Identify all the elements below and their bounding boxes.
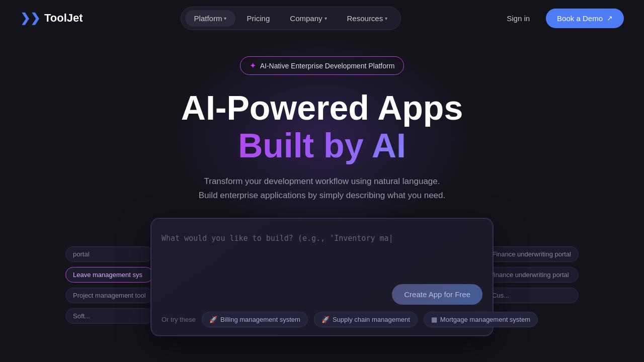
hero-title-line2: Built by AI [181,127,463,164]
nav-menu: Platform ▾ Pricing Company ▾ Resources ▾ [181,7,401,30]
chevron-down-icon: ▾ [385,16,387,21]
nav-item-resources[interactable]: Resources ▾ [338,10,397,27]
rocket-icon: 🚀 [321,316,330,323]
sign-in-link[interactable]: Sign in [499,10,538,27]
external-link-icon: ↗ [607,14,613,22]
create-app-button[interactable]: Create App for Free [392,284,482,305]
prompt-input[interactable] [162,233,482,278]
bg-chips-right: Finance underwriting portal finance unde… [485,246,579,303]
bg-chip-project: Project management tool [65,288,153,303]
badge: ✦ AI-Native Enterprise Development Platf… [240,56,405,75]
rocket-icon: 🚀 [209,316,217,323]
chevron-down-icon: ▾ [325,16,327,21]
bg-chip-cus: Cus... [485,288,579,303]
bg-chip-portal: portal [65,246,153,262]
nav-item-pricing[interactable]: Pricing [237,10,279,27]
suggestion-supply-chain[interactable]: 🚀 Supply chain management [314,312,418,327]
suggestion-mortgage[interactable]: ▦ Mortgage management system [424,312,538,327]
nav-item-company[interactable]: Company ▾ [281,10,336,27]
prompt-container: Create App for Free Or try these 🚀 Billi… [151,218,493,336]
try-label: Or try these [162,316,196,323]
book-demo-button[interactable]: Book a Demo ↗ [546,9,624,28]
chevron-down-icon: ▾ [224,16,226,21]
hero-title: AI-Powered Apps Built by AI [181,89,463,164]
bg-chip-soft: Soft... [65,308,153,324]
nav-item-platform[interactable]: Platform ▾ [185,10,236,27]
hero-subtitle: Transform your development workflow usin… [196,174,448,204]
bg-chip-finance1: Finance underwriting portal [485,246,579,262]
nav-actions: Sign in Book a Demo ↗ [499,9,624,28]
bg-chip-finance2: finance underwriting portal [485,267,579,283]
suggestion-billing[interactable]: 🚀 Billing management system [202,312,308,327]
badge-text: AI-Native Enterprise Development Platfor… [260,62,395,70]
sparkle-icon: ✦ [250,61,256,70]
bg-chips-left: portal Leave management sys Project mana… [65,246,153,324]
logo-text: ToolJet [44,12,83,25]
logo-icon: ❯❯ [20,11,40,25]
navbar: ❯❯ ToolJet Platform ▾ Pricing Company ▾ … [0,0,644,36]
try-these-row: Or try these 🚀 Billing management system… [162,312,482,327]
bg-chip-leave: Leave management sys [65,267,153,283]
hero-title-line1: AI-Powered Apps [181,89,463,127]
grid-icon: ▦ [431,316,437,323]
prompt-actions: Create App for Free [162,284,482,305]
logo[interactable]: ❯❯ ToolJet [20,11,83,25]
